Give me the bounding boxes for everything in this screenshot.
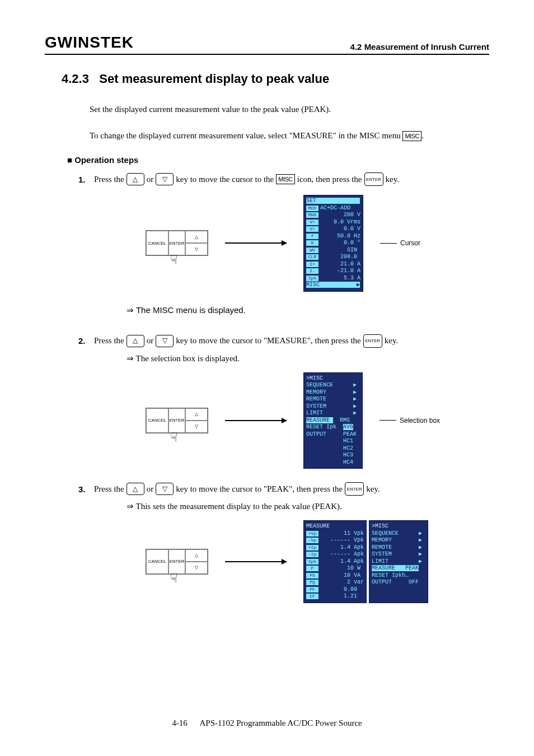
arrow-icon bbox=[225, 242, 287, 244]
up-key-icon: △ bbox=[127, 173, 144, 185]
hand-pointer-icon: ☟ bbox=[170, 571, 177, 586]
step-2: 2. Press the △ or ▽ key to move the curs… bbox=[78, 334, 489, 469]
misc-icon: MISC bbox=[402, 131, 421, 141]
section-title: 4.2.3 Set measurement display to peak va… bbox=[62, 72, 489, 86]
down-key-icon: ▽ bbox=[156, 173, 174, 185]
hand-pointer-icon: ☟ bbox=[170, 430, 177, 445]
step-2-figure: CANCEL △ ENTER ▽ ☟ >MISC SEQUENCE ▶ MEMO… bbox=[146, 372, 489, 469]
enter-key-icon: ENTER bbox=[345, 482, 364, 496]
keypad-diagram: CANCEL △ ENTER ▽ ☟ bbox=[146, 230, 208, 256]
step-1-figure: CANCEL △ ENTER ▽ ☟ SET MODAC+DC-ADD RNG … bbox=[146, 195, 489, 292]
step-number: 1. bbox=[78, 175, 92, 184]
hand-pointer-icon: ☟ bbox=[170, 253, 177, 267]
page-footer: 4-16 APS-1102 Programmable AC/DC Power S… bbox=[0, 718, 534, 728]
operation-steps-heading: Operation steps bbox=[67, 155, 489, 165]
enter-key: ENTER bbox=[168, 231, 185, 255]
up-key-icon: △ bbox=[127, 483, 144, 495]
up-key: △ bbox=[185, 549, 208, 562]
section-number: 4.2.3 bbox=[62, 72, 89, 86]
misc-icon: MISC bbox=[276, 174, 295, 184]
down-key: ▽ bbox=[185, 243, 208, 255]
selection-box-label: Selection box bbox=[380, 417, 440, 424]
cancel-key: CANCEL bbox=[146, 549, 168, 574]
step-2-result: The selection box is displayed. bbox=[127, 353, 489, 363]
screen-measure: MEASURE +Vp 11 Vpk -Vp ------ Vpk +Ip 1.… bbox=[303, 520, 367, 603]
screen-misc-menu: >MISC SEQUENCE ▶ MEMORY ▶ REMOTE ▶ SYSTE… bbox=[303, 372, 363, 469]
enter-key: ENTER bbox=[168, 408, 185, 433]
step-3-figure: CANCEL △ ENTER ▽ ☟ MEASURE +Vp 11 Vpk -V… bbox=[146, 520, 489, 603]
step-3: 3. Press the △ or ▽ key to move the curs… bbox=[78, 482, 489, 603]
step-1: 1. Press the △ or ▽ key to move the curs… bbox=[78, 172, 489, 315]
page-number: 4-16 bbox=[172, 718, 188, 727]
up-key: △ bbox=[185, 231, 208, 243]
screen-set: SET MODAC+DC-ADD RNG 200 V V= 0.0 Vrms V… bbox=[303, 195, 363, 292]
cancel-key: CANCEL bbox=[146, 231, 168, 255]
arrow-icon bbox=[225, 420, 287, 421]
brand-logo: GWINSTEK bbox=[45, 34, 134, 52]
arrow-icon bbox=[225, 561, 287, 562]
doc-title: APS-1102 Programmable AC/DC Power Source bbox=[199, 718, 362, 727]
section-heading: Set measurement display to peak value bbox=[99, 72, 329, 86]
keypad-diagram: CANCEL △ ENTER ▽ ☟ bbox=[146, 549, 208, 575]
down-key: ▽ bbox=[185, 562, 208, 574]
down-key-icon: ▽ bbox=[156, 483, 174, 495]
cursor-label: Cursor bbox=[380, 239, 420, 247]
keypad-diagram: CANCEL △ ENTER ▽ ☟ bbox=[146, 408, 208, 433]
step-3-result: This sets the measurement display to the… bbox=[127, 501, 489, 511]
cancel-key: CANCEL bbox=[146, 408, 168, 433]
page-header: GWINSTEK 4.2 Measurement of Inrush Curre… bbox=[45, 34, 489, 55]
enter-key-icon: ENTER bbox=[364, 172, 383, 186]
up-key-icon: △ bbox=[127, 335, 144, 347]
screen-misc-result: >MISC SEQUENCE ▶ MEMORY ▶ REMOTE ▶ SYSTE… bbox=[369, 520, 428, 603]
step-1-result: The MISC menu is displayed. bbox=[127, 305, 489, 315]
up-key: △ bbox=[185, 408, 208, 421]
enter-key: ENTER bbox=[168, 549, 185, 574]
down-key-icon: ▽ bbox=[156, 335, 174, 347]
down-key: ▽ bbox=[185, 421, 208, 433]
step-number: 2. bbox=[78, 336, 92, 346]
intro-paragraph-2: To change the displayed current measurem… bbox=[90, 129, 489, 142]
enter-key-icon: ENTER bbox=[363, 334, 382, 348]
step-number: 3. bbox=[78, 484, 92, 494]
header-section-label: 4.2 Measurement of Inrush Current bbox=[350, 42, 489, 52]
intro-paragraph-1: Set the displayed current measurement va… bbox=[90, 103, 489, 116]
